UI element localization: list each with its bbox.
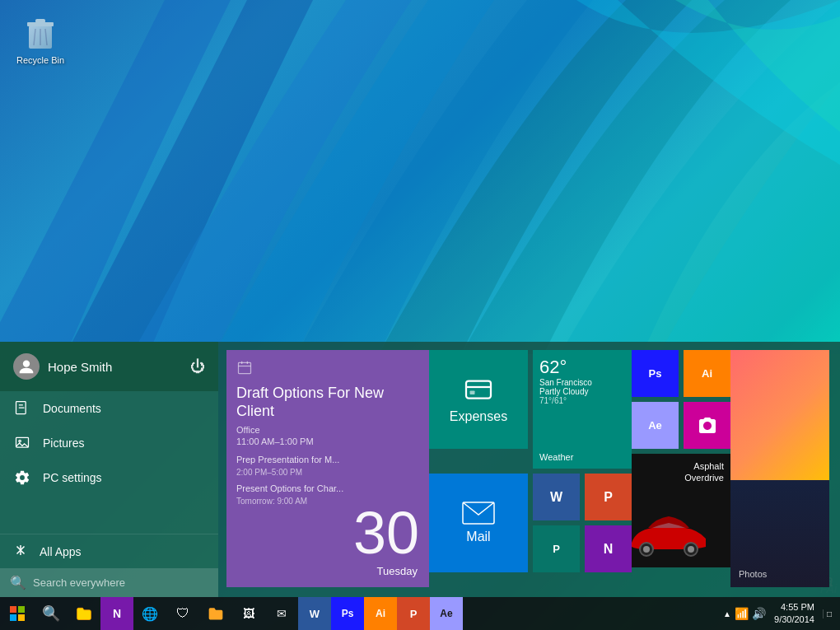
photo-tile[interactable]: Photos	[730, 350, 829, 587]
svg-rect-2	[35, 19, 45, 23]
notification-chevron[interactable]: ▲	[723, 609, 731, 618]
weather-label: Weather	[539, 452, 573, 462]
desktop: Recycle Bin Hope Smith ⏻	[0, 0, 840, 630]
taskbar-onenote[interactable]: N	[100, 597, 133, 630]
expenses-label: Expenses	[450, 409, 507, 424]
weather-range: 71°/61°	[539, 396, 625, 405]
windows-logo	[10, 606, 25, 621]
calendar-icon	[236, 360, 419, 380]
small-tiles-row2: P N	[533, 525, 632, 572]
documents-icon	[13, 399, 31, 418]
camera-icon	[698, 416, 717, 436]
folder-icon	[208, 606, 224, 621]
small-tiles-row1: W P	[533, 474, 632, 520]
svg-rect-28	[18, 614, 25, 621]
calendar-event1-time: 2:00 PM–5:00 PM	[236, 468, 419, 477]
svg-rect-26	[18, 606, 25, 613]
tile-col-3: Ps Ai Ae	[632, 350, 730, 589]
photoshop-icon: Ps	[649, 367, 662, 380]
tile-onenote[interactable]: N	[585, 525, 632, 572]
taskbar-ae[interactable]: Ae	[430, 597, 463, 630]
taskbar-search[interactable]: 🔍	[35, 597, 68, 630]
asphalt-tile[interactable]: Asphalt Overdrive	[632, 454, 730, 567]
mail-tile[interactable]: Mail	[429, 474, 528, 572]
taskbar-mail[interactable]: ✉	[265, 597, 298, 630]
asphalt-label: Asphalt Overdrive	[684, 460, 724, 484]
taskbar-folder[interactable]	[199, 597, 232, 630]
expenses-icon	[464, 375, 493, 404]
weather-temp: 62°	[539, 357, 625, 378]
taskbar-right: ▲ 📶 🔊 4:55 PM 9/30/2014 □	[723, 597, 840, 630]
weather-details: 62° San Francisco Partly Cloudy 71°/61°	[539, 357, 625, 405]
car-image	[632, 510, 714, 559]
recycle-bin[interactable]: Recycle Bin	[16, 12, 64, 65]
taskbar-ps[interactable]: Ps	[331, 597, 364, 630]
svg-point-6	[23, 361, 30, 367]
expenses-tile[interactable]: Expenses	[429, 350, 528, 449]
tile-aftereffects[interactable]: Ae	[632, 402, 679, 449]
tile-camera[interactable]	[684, 402, 730, 449]
taskbar-ppt[interactable]: P	[397, 597, 430, 630]
background-decoration	[0, 0, 840, 354]
calendar-event2: Present Options for Char...	[236, 483, 419, 493]
calendar-tile[interactable]: Draft Options For New Client Office 11:0…	[226, 350, 429, 587]
start-menu-left-panel: Hope Smith ⏻ Documents	[0, 342, 218, 597]
tile-illustrator[interactable]: Ai	[684, 350, 730, 397]
calendar-event-title: Draft Options For New Client	[236, 385, 419, 420]
taskbar-security[interactable]: 🛡	[166, 597, 199, 630]
taskbar-file-explorer[interactable]	[68, 597, 100, 630]
tile-row-bottom: Mail W P	[429, 474, 632, 572]
tiles-panel: Draft Options For New Client Office 11:0…	[218, 342, 840, 597]
publisher-icon: P	[553, 543, 560, 555]
tile-word[interactable]: W	[533, 474, 580, 520]
start-button[interactable]	[0, 597, 35, 630]
calendar-location: Office	[236, 425, 419, 435]
pc-settings-label: PC settings	[43, 471, 102, 484]
tile-publisher[interactable]: P	[533, 525, 580, 572]
photo-gradient	[730, 350, 829, 492]
onenote-icon: N	[604, 542, 614, 557]
taskbar: 🔍 N 🌐 🛡 🖼 ✉ W Ps Ai P Ae ▲ 📶 🔊 4:55 PM 9…	[0, 597, 840, 630]
aftereffects-icon: Ae	[648, 419, 662, 432]
menu-item-documents[interactable]: Documents	[0, 391, 218, 426]
taskbar-ie[interactable]: 🌐	[133, 597, 166, 630]
photo-label: Photos	[739, 569, 767, 579]
search-bar[interactable]: 🔍	[0, 568, 218, 597]
avatar	[13, 353, 40, 380]
taskbar-photos[interactable]: 🖼	[232, 597, 265, 630]
weather-city: San Francisco	[539, 378, 625, 387]
taskbar-ai[interactable]: Ai	[364, 597, 397, 630]
network-icon[interactable]: 📶	[735, 607, 749, 620]
menu-item-pc-settings[interactable]: PC settings	[0, 460, 218, 495]
tile-row-top: Expenses 62° San Francisco Partly Cloudy…	[429, 350, 632, 469]
all-apps-button[interactable]: All Apps	[0, 534, 218, 568]
power-button[interactable]: ⏻	[190, 358, 205, 376]
tile-powerpoint[interactable]: P	[585, 474, 632, 520]
username-label: Hope Smith	[48, 360, 112, 374]
user-icon	[18, 358, 35, 375]
tile-col-4: Photos	[730, 350, 829, 589]
pictures-label: Pictures	[43, 436, 85, 450]
weather-tile[interactable]: 62° San Francisco Partly Cloudy 71°/61° …	[533, 350, 632, 469]
taskbar-clock[interactable]: 4:55 PM 9/30/2014	[769, 601, 819, 627]
menu-item-pictures[interactable]: Pictures	[0, 426, 218, 460]
small-tiles-group: W P P N	[533, 474, 632, 572]
search-input[interactable]	[33, 576, 208, 589]
user-info: Hope Smith	[13, 353, 112, 380]
show-desktop[interactable]: □	[823, 609, 832, 618]
all-apps-icon	[13, 543, 28, 560]
svg-rect-25	[10, 606, 16, 613]
mail-label: Mail	[466, 530, 490, 544]
adobe-row2: Ae	[632, 402, 730, 449]
calendar-date-number: 30	[353, 503, 419, 562]
powerpoint-icon: P	[604, 490, 613, 505]
svg-point-22	[643, 546, 650, 553]
svg-rect-13	[239, 362, 251, 373]
user-section: Hope Smith ⏻	[0, 342, 218, 391]
tile-photoshop[interactable]: Ps	[632, 350, 679, 397]
all-apps-label: All Apps	[40, 545, 82, 558]
volume-icon[interactable]: 🔊	[752, 607, 766, 620]
recycle-bin-icon	[21, 12, 60, 52]
taskbar-word[interactable]: W	[298, 597, 331, 630]
illustrator-icon: Ai	[702, 367, 712, 380]
